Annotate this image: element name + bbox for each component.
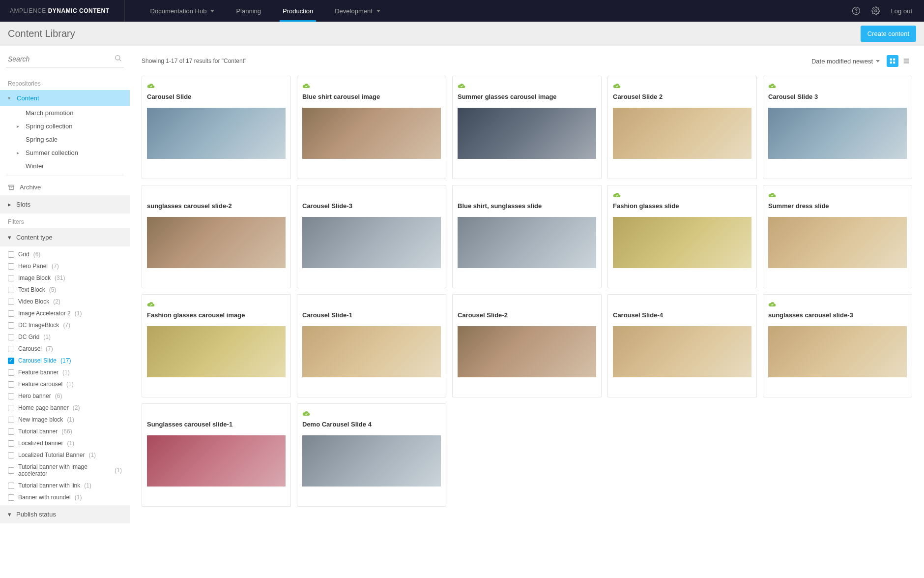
filter-header-publish-status[interactable]: ▾ Publish status	[0, 505, 130, 523]
filter-feature-carousel[interactable]: Feature carousel (1)	[0, 378, 130, 390]
content-card[interactable]: Carousel Slide	[142, 76, 291, 179]
filter-tutorial-banner-with-link[interactable]: Tutorial banner with link (1)	[0, 480, 130, 491]
filter-image-accelerator-2[interactable]: Image Accelerator 2 (1)	[0, 307, 130, 319]
svg-rect-8	[893, 61, 895, 63]
tree-item-spring-sale[interactable]: Spring sale	[17, 133, 130, 146]
grid-view-button[interactable]	[887, 55, 898, 67]
filter-dc-imageblock[interactable]: DC ImageBlock (7)	[0, 319, 130, 331]
nav-tab-planning[interactable]: Planning	[225, 0, 272, 22]
content-card[interactable]: Demo Carousel Slide 4	[297, 403, 446, 507]
nav-tab-label: Planning	[236, 7, 261, 15]
filter-grid[interactable]: Grid (6)	[0, 248, 130, 260]
content-card[interactable]: sunglasses carousel slide-2	[142, 185, 291, 288]
card-thumbnail	[302, 108, 441, 159]
filter-banner-with-roundel[interactable]: Banner with roundel (1)	[0, 491, 130, 503]
chevron-down-icon	[876, 60, 880, 62]
list-view-button[interactable]	[900, 55, 912, 67]
gear-icon[interactable]	[871, 6, 880, 15]
filter-hero-banner[interactable]: Hero banner (6)	[0, 390, 130, 402]
checkbox-icon	[8, 310, 14, 317]
search-input[interactable]	[6, 51, 124, 67]
tree-item-spring-collection[interactable]: ▸Spring collection	[17, 120, 130, 133]
filter-count: (6)	[55, 393, 62, 399]
filter-label: New image block	[18, 416, 63, 423]
content-card[interactable]: Summer glasses carousel image	[452, 76, 602, 179]
logout-link[interactable]: Log out	[891, 7, 912, 15]
content-card[interactable]: Fashion glasses carousel image	[142, 294, 291, 397]
filter-list: Grid (6)Hero Panel (7)Image Block (31)Te…	[0, 246, 130, 505]
filter-label: Text Block	[18, 286, 45, 293]
card-title: Carousel Slide-1	[302, 311, 441, 320]
search-icon[interactable]	[114, 54, 122, 62]
nav-tab-documentation-hub[interactable]: Documentation Hub	[140, 0, 226, 22]
filter-count: (1)	[84, 482, 91, 489]
card-title: Blue shirt, sunglasses slide	[458, 202, 596, 211]
content-card[interactable]: Sunglasses carousel slide-1	[142, 403, 291, 507]
card-status-row	[458, 82, 596, 90]
filter-image-block[interactable]: Image Block (31)	[0, 272, 130, 284]
content-card[interactable]: Carousel Slide-1	[297, 294, 446, 397]
card-thumbnail	[458, 217, 596, 268]
filter-tutorial-banner[interactable]: Tutorial banner (66)	[0, 426, 130, 437]
sort-dropdown[interactable]: Date modified newest	[811, 58, 880, 65]
create-content-button[interactable]: Create content	[861, 26, 916, 42]
card-thumbnail	[768, 326, 907, 377]
tree-item-winter[interactable]: Winter	[17, 159, 130, 173]
nav-right: Log out	[852, 6, 924, 15]
published-cloud-icon	[302, 410, 441, 416]
published-cloud-icon	[613, 82, 751, 88]
content-card[interactable]: Blue shirt, sunglasses slide	[452, 185, 602, 288]
filter-tutorial-banner-with-image-accelerator[interactable]: Tutorial banner with image accelerator (…	[0, 461, 130, 480]
filter-feature-banner[interactable]: Feature banner (1)	[0, 366, 130, 378]
filter-header-content-type[interactable]: ▾ Content type	[0, 228, 130, 246]
filter-count: (2)	[73, 404, 80, 411]
content-card[interactable]: Carousel Slide 2	[607, 76, 757, 179]
checkbox-icon	[8, 275, 14, 281]
filter-count: (1)	[43, 334, 51, 340]
filter-count: (1)	[62, 369, 70, 376]
card-status-row	[613, 82, 751, 90]
content-card[interactable]: Blue shirt carousel image	[297, 76, 446, 179]
filter-label: Home page banner	[18, 404, 69, 411]
checkbox-icon	[8, 334, 14, 340]
tree-item-content[interactable]: ▾ Content	[0, 90, 130, 106]
published-cloud-icon	[768, 301, 907, 306]
tree-label: March promotion	[26, 109, 74, 117]
filter-text-block[interactable]: Text Block (5)	[0, 284, 130, 296]
content-card[interactable]: sunglasses carousel slide-3	[763, 294, 912, 397]
filter-carousel[interactable]: Carousel (7)	[0, 343, 130, 355]
card-status-row	[768, 191, 907, 199]
nav-tab-production[interactable]: Production	[272, 0, 324, 22]
filter-localized-banner[interactable]: Localized banner (1)	[0, 437, 130, 449]
filter-label: Hero banner	[18, 393, 51, 399]
filter-home-page-banner[interactable]: Home page banner (2)	[0, 402, 130, 414]
content-card[interactable]: Summer dress slide	[763, 185, 912, 288]
filter-hero-panel[interactable]: Hero Panel (7)	[0, 260, 130, 272]
filter-localized-tutorial-banner[interactable]: Localized Tutorial Banner (1)	[0, 449, 130, 461]
slots-row[interactable]: ▸ Slots	[0, 195, 130, 213]
filter-label: Tutorial banner with link	[18, 482, 80, 489]
svg-rect-9	[904, 59, 909, 60]
tree-item-march-promotion[interactable]: March promotion	[17, 106, 130, 120]
content-card[interactable]: Carousel Slide-3	[297, 185, 446, 288]
filter-new-image-block[interactable]: New image block (1)	[0, 414, 130, 426]
tree-item-summer-collection[interactable]: ▸Summer collection	[17, 146, 130, 159]
svg-point-3	[116, 56, 120, 60]
checkbox-icon	[8, 428, 14, 435]
content-card[interactable]: Fashion glasses slide	[607, 185, 757, 288]
content-card[interactable]: Carousel Slide-2	[452, 294, 602, 397]
filter-label: Hero Panel	[18, 263, 48, 270]
filter-dc-grid[interactable]: DC Grid (1)	[0, 331, 130, 343]
content-card[interactable]: Carousel Slide-4	[607, 294, 757, 397]
nav-tab-development[interactable]: Development	[324, 0, 391, 22]
checkbox-icon	[8, 251, 14, 258]
archive-row[interactable]: Archive	[0, 179, 130, 195]
filter-carousel-slide[interactable]: Carousel Slide (17)	[0, 355, 130, 366]
card-title: Carousel Slide 2	[613, 93, 751, 102]
card-thumbnail	[302, 435, 441, 487]
content-card[interactable]: Carousel Slide 3	[763, 76, 912, 179]
card-title: Carousel Slide	[147, 93, 286, 102]
filter-video-block[interactable]: Video Block (2)	[0, 296, 130, 307]
help-icon[interactable]	[852, 6, 861, 15]
card-title: sunglasses carousel slide-3	[768, 311, 907, 320]
